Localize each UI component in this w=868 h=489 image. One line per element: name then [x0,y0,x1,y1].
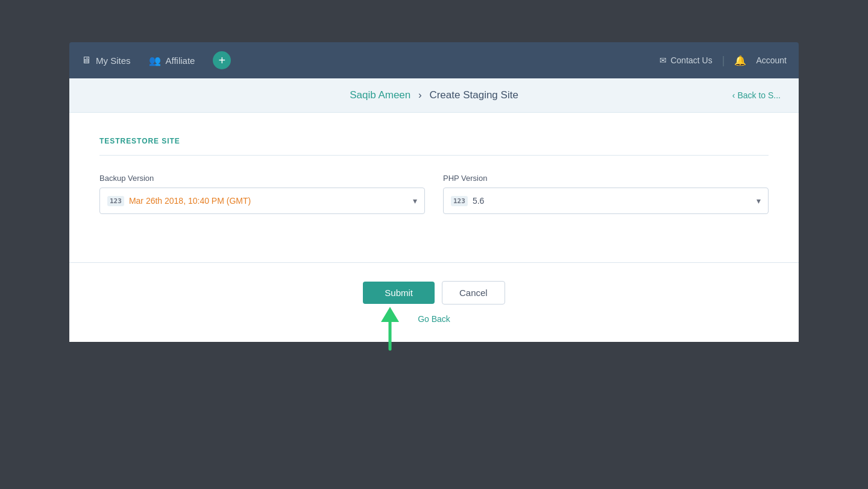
my-sites-nav[interactable]: 🖥 My Sites [81,55,131,66]
people-icon: 👥 [149,55,161,66]
cancel-button[interactable]: Cancel [442,281,505,304]
footer-section: Submit Cancel Go Back [69,262,799,342]
navbar-right: ✉ Contact Us | 🔔 Account [659,54,787,67]
back-label: Back to S... [737,90,781,100]
affiliate-label: Affiliate [166,55,195,66]
affiliate-nav[interactable]: 👥 Affiliate [149,55,195,66]
php-version-label: PHP Version [443,174,769,183]
nav-divider: | [722,54,725,67]
button-row: Submit Cancel [363,281,505,304]
monitor-icon: 🖥 [81,55,91,66]
my-sites-label: My Sites [96,55,131,66]
chevron-left-icon: ‹ [732,90,735,100]
mail-icon: ✉ [659,55,667,65]
breadcrumb: Saqib Ameen › Create Staging Site [350,89,518,101]
breadcrumb-bar: Saqib Ameen › Create Staging Site ‹ Back… [69,78,799,113]
contact-us-nav[interactable]: ✉ Contact Us [659,55,712,65]
backup-version-select[interactable]: 123 Mar 26th 2018, 10:40 PM (GMT) ▾ Mar … [99,188,425,214]
bell-icon[interactable]: 🔔 [734,55,746,66]
backup-version-label: Backup Version [99,174,425,183]
main-content: TESTRESTORE SITE Backup Version 123 Mar … [69,113,799,262]
submit-button[interactable]: Submit [363,282,435,304]
breadcrumb-site-name: Saqib Ameen [350,89,410,101]
account-nav[interactable]: Account [756,55,787,65]
breadcrumb-separator: › [418,89,422,101]
arrow-annotation [375,304,405,355]
php-version-group: PHP Version 123 5.6 ▾ 5.6 7.0 7.1 7.2 [443,174,769,214]
go-back-link[interactable]: Go Back [418,314,450,324]
form-row: Backup Version 123 Mar 26th 2018, 10:40 … [99,174,769,214]
back-to-sites-link[interactable]: ‹ Back to S... [732,90,781,100]
navbar-left: 🖥 My Sites 👥 Affiliate + [81,51,659,69]
backup-version-group: Backup Version 123 Mar 26th 2018, 10:40 … [99,174,425,214]
add-icon: + [219,51,226,69]
svg-marker-1 [381,307,399,322]
add-site-button[interactable]: + [213,51,231,69]
contact-label: Contact Us [670,55,712,65]
section-divider [99,155,769,156]
arrow-container: Submit [363,282,435,304]
php-version-select[interactable]: 123 5.6 ▾ 5.6 7.0 7.1 7.2 [443,188,769,214]
navbar: 🖥 My Sites 👥 Affiliate + ✉ Contact Us | … [69,42,799,78]
breadcrumb-page-name: Create Staging Site [429,89,518,101]
section-title: TESTRESTORE SITE [99,137,769,145]
